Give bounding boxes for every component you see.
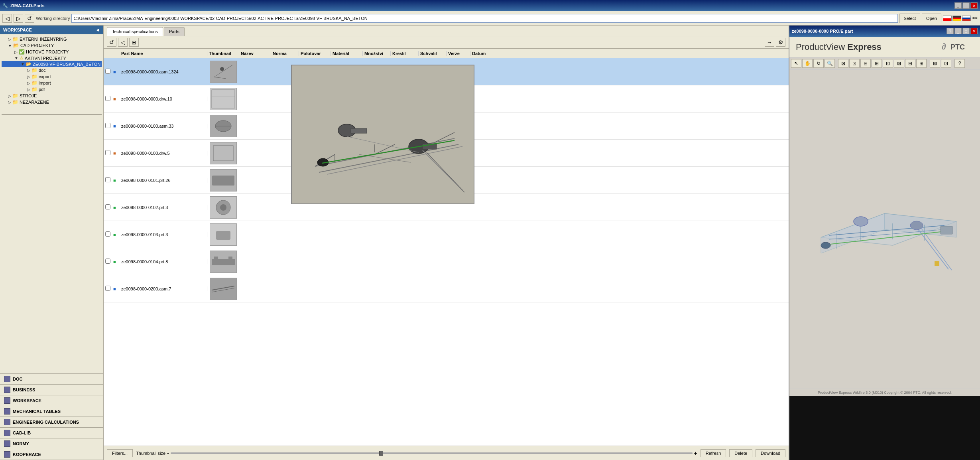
sidebar-item-hotove[interactable]: ▷ ✅ HOTOVÉ PROJEKTY (2, 49, 102, 55)
pv-front-view[interactable]: ⊡ (849, 59, 860, 68)
nav-btn-mechanical[interactable]: MECHANICAL TABLES (0, 406, 103, 417)
row-checkbox[interactable] (104, 96, 113, 102)
pv-rotate-tool[interactable]: ↻ (813, 59, 824, 68)
pv-close-button[interactable]: ✕ (970, 28, 978, 34)
header-norma[interactable]: Norma (271, 51, 299, 56)
working-dir-path[interactable] (71, 14, 897, 23)
back-button[interactable]: ◁ (2, 14, 12, 23)
row-checkbox[interactable] (104, 286, 113, 292)
tab-parts[interactable]: Parts (164, 27, 185, 36)
sidebar-close-button[interactable]: ◄ (95, 27, 100, 33)
pv-left-view[interactable]: ⊞ (872, 59, 882, 68)
checkbox-input[interactable] (105, 69, 110, 74)
settings-button[interactable]: ⚙ (776, 38, 785, 47)
maximize-button[interactable]: □ (962, 2, 970, 9)
refresh-content-button[interactable]: ↺ (107, 38, 116, 47)
sidebar-item-cad-projekty[interactable]: ▼ 📂 CAD PROJEKTY (2, 42, 102, 49)
nav-btn-business[interactable]: BUSINESS (0, 385, 103, 395)
forward-button[interactable]: ▷ (14, 14, 23, 23)
pv-bottom-view[interactable]: ⊟ (905, 59, 915, 68)
open-button[interactable]: Open (922, 14, 941, 23)
table-row[interactable]: ■ ze0098-0000-0103.prt.3 (104, 221, 789, 248)
checkbox-input[interactable] (105, 177, 110, 182)
checkbox-input[interactable] (105, 204, 110, 209)
pencil-icon[interactable]: ✏ (972, 14, 978, 22)
sidebar-item-nezarazene[interactable]: ▷ 📁 NEZAŘAZENÉ (2, 99, 102, 105)
pv-top-view[interactable]: ⊠ (894, 59, 904, 68)
sidebar-item-pdf[interactable]: ▷ 📁 pdf (2, 86, 102, 93)
checkbox-input[interactable] (105, 286, 110, 291)
sidebar-item-doc[interactable]: ▷ 📁 doc (2, 67, 102, 73)
pv-maximize-button[interactable]: □ (962, 28, 970, 34)
refresh-button[interactable]: Refresh (701, 449, 726, 457)
table-row[interactable]: ■ ze0098-0000-0200.asm.7 (104, 275, 789, 302)
sidebar-item-export[interactable]: ▷ 📁 export (2, 73, 102, 80)
sidebar-item-aktivni[interactable]: ▼ ⚠ AKTIVNÍ PROJEKTY (2, 55, 102, 61)
row-checkbox[interactable] (104, 231, 113, 237)
checkbox-input[interactable] (105, 231, 110, 237)
row-part-name: ze0098-0000-0100.drw.5 (120, 151, 207, 156)
pv-cross-section[interactable]: ⊠ (930, 59, 940, 68)
header-schvalil[interactable]: Schvalil (419, 51, 447, 56)
pv-help[interactable]: ? (954, 59, 965, 68)
filters-button[interactable]: Filters... (107, 449, 133, 457)
checkbox-input[interactable] (105, 123, 110, 128)
flag-de[interactable] (952, 16, 961, 21)
checkbox-input[interactable] (105, 259, 110, 264)
pv-help-button[interactable]: ? (947, 28, 954, 34)
checkbox-input[interactable] (105, 150, 110, 155)
row-checkbox[interactable] (104, 150, 113, 156)
nav-btn-engineering[interactable]: ENGINEERING CALCULATIONS (0, 417, 103, 428)
row-checkbox[interactable] (104, 177, 113, 183)
download-button[interactable]: Download (756, 449, 785, 457)
pv-minimize-button[interactable]: _ (954, 28, 962, 34)
svg-rect-13 (212, 176, 234, 186)
row-checkbox[interactable] (104, 123, 113, 129)
slider-thumb[interactable] (379, 451, 383, 456)
select-button[interactable]: Select (899, 14, 921, 23)
header-datum[interactable]: Datum (470, 51, 502, 56)
refresh-button[interactable]: ↺ (25, 14, 34, 23)
delete-button[interactable]: Delete (729, 449, 752, 457)
pv-fit-tool[interactable]: ⊠ (838, 59, 848, 68)
thumbnail-cell (207, 141, 239, 165)
pv-iso-view[interactable]: ⊞ (916, 59, 927, 68)
nav-btn-kooperace[interactable]: KOOPERACE (0, 449, 103, 460)
header-thumbnail[interactable]: Thumbnail (207, 51, 239, 56)
checkbox-input[interactable] (105, 96, 110, 101)
grid-view-button[interactable]: ⊞ (129, 38, 139, 47)
header-nazev[interactable]: Název (239, 51, 271, 56)
pv-zoom-in-tool[interactable]: 🔍 (825, 59, 835, 68)
header-mnozstvi[interactable]: Množství (363, 51, 391, 56)
row-checkbox[interactable] (104, 259, 113, 265)
flag-cz[interactable] (943, 16, 952, 21)
sidebar-item-ze0098[interactable]: ▼ 📂 ZE0098-VF-BRUSKA_NA_BETON (2, 61, 102, 67)
export-button[interactable]: → (765, 38, 774, 47)
back-content-button[interactable]: ◁ (118, 38, 128, 47)
nav-btn-doc[interactable]: DOC (0, 374, 103, 385)
sidebar-item-import[interactable]: ▷ 📁 import (2, 80, 102, 86)
thumbnail-slider[interactable] (171, 452, 693, 454)
pv-pan-tool[interactable]: ✋ (802, 59, 813, 68)
flag-ru[interactable] (962, 16, 971, 21)
nav-btn-cadlib[interactable]: CAD-LIB (0, 428, 103, 438)
pv-back-view[interactable]: ⊟ (860, 59, 871, 68)
sidebar-item-externi[interactable]: ▷ 📁 EXTERNÍ INŽENÝRING (2, 36, 102, 42)
tab-technical-specifications[interactable]: Technical specifications (107, 27, 163, 36)
header-polotovar[interactable]: Polotovar (299, 51, 331, 56)
header-part-name[interactable]: Part Name (120, 51, 207, 56)
minimize-button[interactable]: _ (954, 2, 962, 9)
header-kreslil[interactable]: Kreslil (391, 51, 419, 56)
nav-btn-workspace[interactable]: WORKSPACE (0, 395, 103, 406)
header-material[interactable]: Materiál (331, 51, 363, 56)
close-button[interactable]: ✕ (970, 2, 978, 9)
sidebar-item-stroje[interactable]: ▷ 📁 STROJE (2, 93, 102, 99)
table-row[interactable]: ■ ze0098-0000-0104.prt.8 (104, 248, 789, 275)
pv-explode[interactable]: ⊡ (941, 59, 951, 68)
row-checkbox[interactable] (104, 204, 113, 210)
pv-cursor-tool[interactable]: ↖ (791, 59, 801, 68)
nav-btn-normy[interactable]: NORMY (0, 438, 103, 449)
row-checkbox[interactable] (104, 69, 113, 75)
header-verze[interactable]: Verze (447, 51, 470, 56)
pv-right-view[interactable]: ⊡ (883, 59, 893, 68)
